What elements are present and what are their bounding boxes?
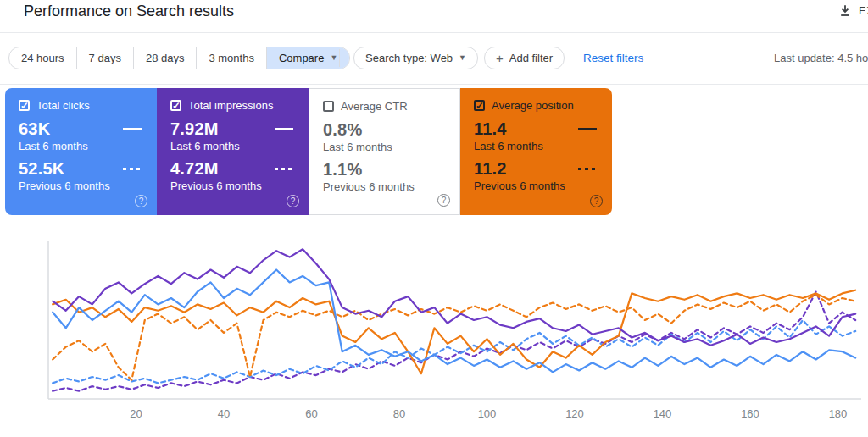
metric-card-total-impressions[interactable]: Total impressions 7.92M Last 6 months 4.… <box>157 88 309 215</box>
metric-card-total-clicks[interactable]: Total clicks 63K Last 6 months 52.5K Pre… <box>5 88 157 215</box>
search-type-dropdown[interactable]: Search type: Web ▼ <box>353 47 478 69</box>
x-tick-label: 100 <box>478 407 497 420</box>
x-tick-label: 60 <box>305 407 317 420</box>
series-line <box>53 320 855 383</box>
performance-chart[interactable]: 20406080100120140160180 <box>0 220 868 437</box>
x-tick-label: 20 <box>130 407 142 420</box>
filter-divider <box>339 49 340 67</box>
reset-filters-link[interactable]: Reset filters <box>583 52 643 64</box>
metric-card-average-position[interactable]: Average position 11.4 Last 6 months 11.2… <box>460 88 612 215</box>
help-icon[interactable]: ? <box>287 195 299 207</box>
checkbox-average-ctr[interactable] <box>323 101 334 112</box>
filters-divider <box>0 84 868 85</box>
metric-value-previous: 4.72M <box>170 159 219 179</box>
page-title: Performance on Search results <box>24 3 234 20</box>
header-divider <box>0 32 868 33</box>
period-label: Previous 6 months <box>323 180 446 193</box>
x-tick-label: 180 <box>829 407 848 420</box>
tab-24-hours[interactable]: 24 hours <box>9 47 77 69</box>
solid-line-indicator <box>578 128 597 130</box>
solid-line-indicator <box>123 128 142 130</box>
period-label: Last 6 months <box>474 140 598 152</box>
period-label: Last 6 months <box>19 140 143 152</box>
x-tick-label: 160 <box>741 407 760 420</box>
add-filter-label: Add filter <box>509 52 553 64</box>
series-line <box>53 249 855 346</box>
export-label: EXPORT <box>859 5 868 17</box>
checkbox-total-clicks[interactable] <box>19 100 30 111</box>
metric-card-label: Total clicks <box>36 99 90 112</box>
x-tick-label: 120 <box>565 407 584 420</box>
period-label: Last 6 months <box>323 141 446 153</box>
last-update-text: Last update: 4.5 ho <box>774 52 868 64</box>
metric-value-current: 63K <box>19 119 50 139</box>
period-label: Previous 6 months <box>19 180 143 192</box>
metric-value-current: 11.4 <box>474 119 507 139</box>
metric-card-label: Average position <box>492 99 574 112</box>
x-tick-label: 40 <box>218 407 230 420</box>
metric-card-label: Average CTR <box>341 100 408 113</box>
chevron-down-icon: ▼ <box>459 54 466 62</box>
period-label: Previous 6 months <box>170 180 295 192</box>
download-icon <box>839 4 851 17</box>
help-icon[interactable]: ? <box>437 194 450 207</box>
metric-value-previous: 11.2 <box>474 159 507 179</box>
export-button[interactable]: EXPORT <box>839 4 868 17</box>
period-label: Previous 6 months <box>474 180 598 192</box>
search-type-label: Search type: Web <box>365 52 453 64</box>
checkbox-total-impressions[interactable] <box>170 100 181 111</box>
plus-icon: + <box>496 52 504 64</box>
x-tick-label: 140 <box>654 407 672 420</box>
metric-value-previous: 52.5K <box>19 159 64 179</box>
tab-28-days[interactable]: 28 days <box>134 47 198 69</box>
dashed-line-indicator <box>275 168 293 170</box>
compare-label: Compare <box>279 52 324 64</box>
add-filter-button[interactable]: + Add filter <box>484 47 565 69</box>
period-label: Last 6 months <box>170 140 295 152</box>
metric-value-current: 0.8% <box>323 120 362 140</box>
metric-value-current: 7.92M <box>170 119 219 139</box>
checkbox-average-position[interactable] <box>474 100 485 111</box>
date-range-tabs: 24 hours 7 days 28 days 3 months Compare… <box>8 47 350 69</box>
tab-compare[interactable]: Compare ▼ <box>267 47 349 69</box>
series-line <box>53 270 855 373</box>
tab-3-months[interactable]: 3 months <box>197 47 266 69</box>
chevron-down-icon: ▼ <box>330 54 337 62</box>
help-icon[interactable]: ? <box>590 195 603 207</box>
dashed-line-indicator <box>578 168 597 170</box>
help-icon[interactable]: ? <box>135 195 147 207</box>
tab-7-days[interactable]: 7 days <box>77 47 134 69</box>
metric-card-average-ctr[interactable]: Average CTR 0.8% Last 6 months 1.1% Prev… <box>309 88 460 215</box>
metric-card-label: Total impressions <box>188 99 273 112</box>
x-tick-label: 80 <box>393 407 405 420</box>
solid-line-indicator <box>275 128 293 130</box>
metric-value-previous: 1.1% <box>323 160 362 180</box>
dashed-line-indicator <box>123 168 142 170</box>
metric-cards: Total clicks 63K Last 6 months 52.5K Pre… <box>5 88 612 215</box>
